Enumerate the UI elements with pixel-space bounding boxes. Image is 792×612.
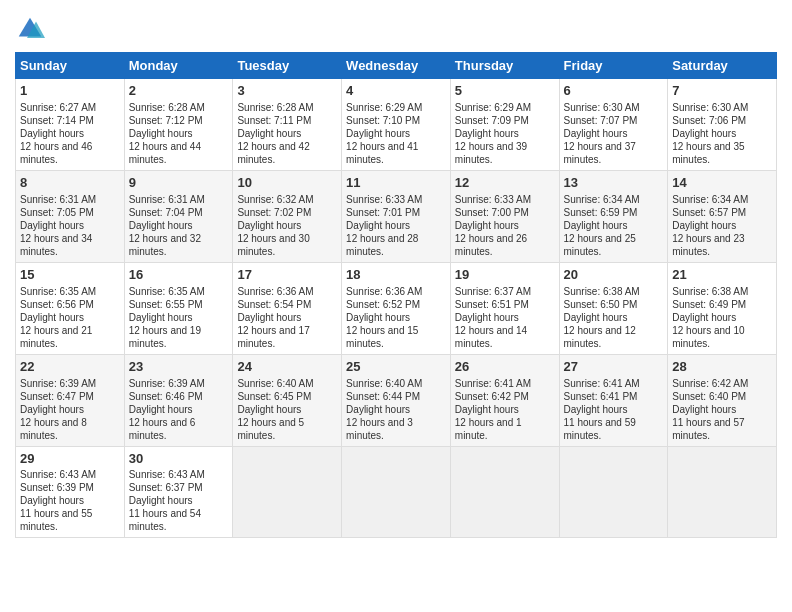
daylight-value: 12 hours and 41 minutes. (346, 141, 418, 165)
day-number: 28 (672, 359, 772, 376)
daylight-value: 12 hours and 14 minutes. (455, 325, 527, 349)
day-number: 22 (20, 359, 120, 376)
day-number: 6 (564, 83, 664, 100)
calendar-cell: 25Sunrise: 6:40 AMSunset: 6:44 PMDayligh… (342, 354, 451, 446)
calendar-cell: 28Sunrise: 6:42 AMSunset: 6:40 PMDayligh… (668, 354, 777, 446)
daylight-value: 12 hours and 39 minutes. (455, 141, 527, 165)
page-container: SundayMondayTuesdayWednesdayThursdayFrid… (0, 0, 792, 548)
sunset: Sunset: 6:47 PM (20, 391, 94, 402)
calendar-cell: 30Sunrise: 6:43 AMSunset: 6:37 PMDayligh… (124, 446, 233, 538)
calendar-cell: 18Sunrise: 6:36 AMSunset: 6:52 PMDayligh… (342, 262, 451, 354)
sunset: Sunset: 7:01 PM (346, 207, 420, 218)
calendar-cell: 11Sunrise: 6:33 AMSunset: 7:01 PMDayligh… (342, 170, 451, 262)
daylight-value: 12 hours and 15 minutes. (346, 325, 418, 349)
sunset: Sunset: 7:02 PM (237, 207, 311, 218)
day-number: 23 (129, 359, 229, 376)
day-number: 9 (129, 175, 229, 192)
day-number: 16 (129, 267, 229, 284)
calendar-week-row: 8Sunrise: 6:31 AMSunset: 7:05 PMDaylight… (16, 170, 777, 262)
day-number: 20 (564, 267, 664, 284)
daylight-value: 12 hours and 21 minutes. (20, 325, 92, 349)
daylight-value: 12 hours and 1 minute. (455, 417, 522, 441)
sunrise: Sunrise: 6:36 AM (346, 286, 422, 297)
sunset: Sunset: 6:37 PM (129, 482, 203, 493)
calendar-week-row: 1Sunrise: 6:27 AMSunset: 7:14 PMDaylight… (16, 79, 777, 171)
calendar-header-row: SundayMondayTuesdayWednesdayThursdayFrid… (16, 53, 777, 79)
day-number: 12 (455, 175, 555, 192)
day-of-week-header: Wednesday (342, 53, 451, 79)
daylight-label: Daylight hours (564, 220, 628, 231)
sunrise: Sunrise: 6:41 AM (564, 378, 640, 389)
sunrise: Sunrise: 6:33 AM (455, 194, 531, 205)
sunset: Sunset: 7:11 PM (237, 115, 311, 126)
sunset: Sunset: 6:54 PM (237, 299, 311, 310)
daylight-label: Daylight hours (20, 220, 84, 231)
day-number: 19 (455, 267, 555, 284)
calendar-cell: 15Sunrise: 6:35 AMSunset: 6:56 PMDayligh… (16, 262, 125, 354)
sunset: Sunset: 6:46 PM (129, 391, 203, 402)
sunrise: Sunrise: 6:36 AM (237, 286, 313, 297)
sunset: Sunset: 7:00 PM (455, 207, 529, 218)
sunrise: Sunrise: 6:39 AM (129, 378, 205, 389)
daylight-value: 12 hours and 28 minutes. (346, 233, 418, 257)
daylight-label: Daylight hours (564, 312, 628, 323)
sunrise: Sunrise: 6:29 AM (346, 102, 422, 113)
calendar-cell (668, 446, 777, 538)
sunset: Sunset: 6:42 PM (455, 391, 529, 402)
day-number: 5 (455, 83, 555, 100)
sunrise: Sunrise: 6:38 AM (564, 286, 640, 297)
sunrise: Sunrise: 6:35 AM (20, 286, 96, 297)
sunrise: Sunrise: 6:40 AM (346, 378, 422, 389)
sunrise: Sunrise: 6:27 AM (20, 102, 96, 113)
day-of-week-header: Saturday (668, 53, 777, 79)
daylight-value: 12 hours and 17 minutes. (237, 325, 309, 349)
daylight-label: Daylight hours (129, 404, 193, 415)
calendar-cell: 19Sunrise: 6:37 AMSunset: 6:51 PMDayligh… (450, 262, 559, 354)
daylight-label: Daylight hours (564, 128, 628, 139)
sunrise: Sunrise: 6:35 AM (129, 286, 205, 297)
page-header (15, 10, 777, 44)
daylight-label: Daylight hours (455, 312, 519, 323)
calendar-cell: 20Sunrise: 6:38 AMSunset: 6:50 PMDayligh… (559, 262, 668, 354)
calendar-cell: 13Sunrise: 6:34 AMSunset: 6:59 PMDayligh… (559, 170, 668, 262)
calendar-cell: 12Sunrise: 6:33 AMSunset: 7:00 PMDayligh… (450, 170, 559, 262)
sunrise: Sunrise: 6:30 AM (672, 102, 748, 113)
sunset: Sunset: 7:06 PM (672, 115, 746, 126)
daylight-value: 12 hours and 37 minutes. (564, 141, 636, 165)
day-number: 17 (237, 267, 337, 284)
daylight-value: 12 hours and 5 minutes. (237, 417, 304, 441)
calendar-table: SundayMondayTuesdayWednesdayThursdayFrid… (15, 52, 777, 538)
daylight-value: 12 hours and 30 minutes. (237, 233, 309, 257)
daylight-label: Daylight hours (237, 312, 301, 323)
sunrise: Sunrise: 6:29 AM (455, 102, 531, 113)
daylight-value: 12 hours and 6 minutes. (129, 417, 196, 441)
sunset: Sunset: 7:14 PM (20, 115, 94, 126)
day-number: 21 (672, 267, 772, 284)
sunset: Sunset: 6:55 PM (129, 299, 203, 310)
daylight-value: 12 hours and 34 minutes. (20, 233, 92, 257)
calendar-cell: 5Sunrise: 6:29 AMSunset: 7:09 PMDaylight… (450, 79, 559, 171)
calendar-cell (233, 446, 342, 538)
sunset: Sunset: 6:59 PM (564, 207, 638, 218)
daylight-value: 12 hours and 32 minutes. (129, 233, 201, 257)
day-number: 8 (20, 175, 120, 192)
sunrise: Sunrise: 6:34 AM (672, 194, 748, 205)
day-number: 29 (20, 451, 120, 468)
logo-icon (15, 14, 45, 44)
daylight-value: 12 hours and 23 minutes. (672, 233, 744, 257)
daylight-label: Daylight hours (672, 220, 736, 231)
sunset: Sunset: 6:44 PM (346, 391, 420, 402)
day-of-week-header: Tuesday (233, 53, 342, 79)
daylight-label: Daylight hours (346, 312, 410, 323)
calendar-week-row: 15Sunrise: 6:35 AMSunset: 6:56 PMDayligh… (16, 262, 777, 354)
sunset: Sunset: 6:52 PM (346, 299, 420, 310)
sunset: Sunset: 6:50 PM (564, 299, 638, 310)
sunrise: Sunrise: 6:33 AM (346, 194, 422, 205)
day-number: 15 (20, 267, 120, 284)
calendar-cell (342, 446, 451, 538)
sunset: Sunset: 6:56 PM (20, 299, 94, 310)
sunset: Sunset: 7:12 PM (129, 115, 203, 126)
sunrise: Sunrise: 6:39 AM (20, 378, 96, 389)
daylight-value: 12 hours and 35 minutes. (672, 141, 744, 165)
logo (15, 14, 49, 44)
